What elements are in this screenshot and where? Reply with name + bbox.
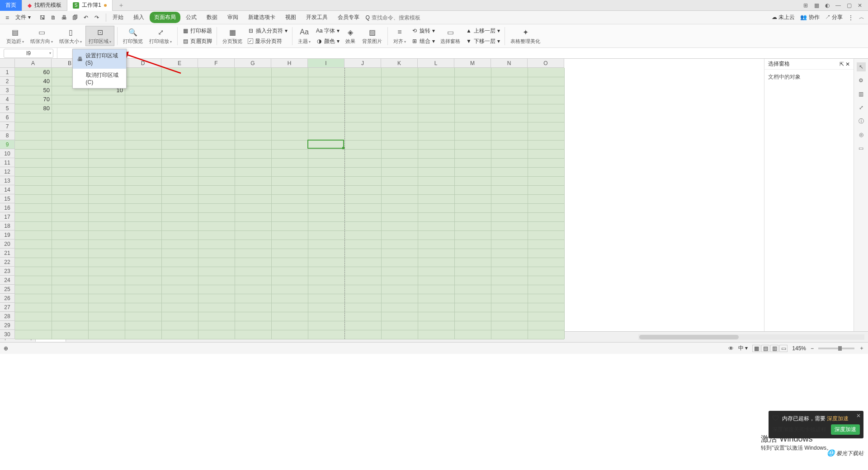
menu-新建选项卡[interactable]: 新建选项卡 [244, 12, 280, 23]
row-header[interactable]: 11 [0, 158, 15, 167]
menu-插入[interactable]: 插入 [129, 12, 149, 23]
book-icon[interactable]: ▭ [857, 144, 866, 153]
name-box[interactable]: I9 [4, 49, 53, 58]
row-header[interactable]: 6 [0, 113, 15, 122]
row-header[interactable]: 17 [0, 212, 15, 221]
row-header[interactable]: 13 [0, 176, 15, 185]
row-header[interactable]: 18 [0, 221, 15, 230]
undo-icon[interactable]: ↶ [82, 14, 90, 21]
cloud-status[interactable]: ☁ 未上云 [772, 14, 795, 21]
layout-pane-icon[interactable]: ▥ [857, 89, 866, 99]
row-header[interactable]: 28 [0, 312, 15, 321]
rotate-button[interactable]: ⟲旋转 ▾ [410, 26, 437, 36]
zoom-value[interactable]: 145% [792, 345, 806, 352]
row-header[interactable]: 26 [0, 294, 15, 303]
row-header[interactable]: 19 [0, 230, 15, 240]
reading-view-icon[interactable]: ▭ [779, 345, 788, 352]
row-header[interactable]: 2 [0, 77, 15, 86]
cell-value[interactable]: 40 [15, 77, 52, 86]
col-header[interactable]: M [454, 59, 491, 68]
zoom-in-icon[interactable]: ＋ [859, 344, 864, 352]
row-header[interactable]: 27 [0, 303, 15, 312]
row-header[interactable]: 21 [0, 249, 15, 258]
menu-公式[interactable]: 公式 [181, 12, 201, 23]
set-print-area-item[interactable]: 🖶设置打印区域(S) [73, 49, 126, 69]
row-header[interactable]: 15 [0, 194, 15, 203]
select-all-corner[interactable] [0, 59, 15, 68]
row-header[interactable]: 14 [0, 185, 15, 194]
file-menu[interactable]: 文件 ▾ [13, 13, 33, 22]
help-icon[interactable]: ⓘ [857, 117, 866, 126]
cell-value[interactable]: 50 [15, 86, 52, 95]
row-header[interactable]: 20 [0, 240, 15, 249]
expand-icon[interactable]: ⤢ [857, 103, 866, 112]
print-preview-icon[interactable]: 🗐 [71, 14, 79, 21]
row-header[interactable]: 23 [0, 267, 15, 276]
col-header[interactable]: D [125, 59, 161, 68]
collapse-ribbon-icon[interactable]: ︿ [859, 14, 864, 21]
cell-value[interactable]: 70 [15, 95, 52, 104]
row-header[interactable]: 30 [0, 330, 15, 339]
close-icon[interactable]: ✕ [855, 1, 864, 10]
tab-new[interactable]: ＋ [113, 0, 130, 11]
col-header[interactable]: N [491, 59, 528, 68]
bring-forward-button[interactable]: ▲上移一层 ▾ [464, 26, 502, 36]
command-search[interactable]: Q [366, 14, 426, 21]
grid-icon[interactable]: ▦ [812, 1, 821, 10]
break-view-icon[interactable]: ▥ [770, 345, 778, 352]
save-icon[interactable]: 🖫 [39, 14, 46, 21]
beautify-button[interactable]: ✦表格整理美化 [508, 26, 543, 46]
page-view-icon[interactable]: ▤ [761, 345, 769, 352]
print-scaling-button[interactable]: ⤢打印缩放 [146, 26, 175, 46]
row-header[interactable]: 24 [0, 276, 15, 285]
send-backward-button[interactable]: ▼下移一层 ▾ [464, 37, 502, 46]
font-button[interactable]: Aa 字体 ▾ [314, 26, 341, 36]
row-header[interactable]: 25 [0, 285, 15, 294]
row-header[interactable]: 12 [0, 167, 15, 176]
col-header[interactable]: J [344, 59, 381, 68]
col-header[interactable]: G [235, 59, 271, 68]
menu-页面布局[interactable]: 页面布局 [150, 12, 180, 23]
bg-image-button[interactable]: ▨背景图片 [359, 26, 385, 46]
theme-button[interactable]: Aa主题 [295, 26, 313, 46]
row-header[interactable]: 5 [0, 104, 15, 113]
menu-审阅[interactable]: 审阅 [223, 12, 243, 23]
print-titles-button[interactable]: ▦打印标题 [180, 26, 214, 36]
col-header[interactable]: H [271, 59, 308, 68]
eye-icon[interactable]: 👁 [728, 345, 734, 352]
print-preview-button[interactable]: 🔍打印预览 [120, 26, 146, 46]
header-footer-button[interactable]: ▤页眉页脚 [180, 37, 214, 46]
redo-icon[interactable]: ↷ [93, 14, 100, 21]
align-button[interactable]: ≡对齐 [391, 26, 409, 46]
col-header[interactable]: E [161, 59, 198, 68]
margin-button[interactable]: ▤页边距 [4, 26, 27, 46]
select-pane-button[interactable]: ▭选择窗格 [438, 26, 463, 46]
hamburger-icon[interactable]: ≡ [4, 14, 11, 21]
insert-break-button[interactable]: ⊟插入分页符 ▾ [246, 26, 289, 36]
row-header[interactable]: 8 [0, 131, 15, 140]
row-header[interactable]: 4 [0, 95, 15, 104]
effect-button[interactable]: ◈效果 [342, 26, 359, 46]
col-header[interactable]: I [308, 59, 344, 68]
zoom-out-icon[interactable]: − [811, 345, 814, 352]
tab-workbook[interactable]: S 工作簿1 [67, 0, 113, 11]
group-button[interactable]: ⊞组合 ▾ [410, 37, 437, 46]
pin-icon[interactable]: ⇱ [840, 61, 844, 67]
row-header[interactable]: 1 [0, 68, 15, 77]
cell-value[interactable]: 80 [15, 104, 52, 113]
settings-icon[interactable]: ⚙ [857, 76, 866, 85]
show-break-button[interactable]: ✓显示分页符 [246, 37, 289, 46]
close-pane-icon[interactable]: ✕ [845, 61, 850, 67]
row-header[interactable]: 9 [0, 140, 15, 149]
tab-home[interactable]: 首页 [0, 0, 22, 11]
formula-input[interactable] [57, 48, 868, 58]
maximize-icon[interactable]: ▢ [844, 1, 854, 10]
menu-数据[interactable]: 数据 [202, 12, 222, 23]
menu-开始[interactable]: 开始 [108, 12, 128, 23]
tab-template[interactable]: ◆ 找稻壳模板 [22, 0, 67, 11]
ime-icon[interactable]: 中 ▾ [738, 344, 748, 352]
normal-view-icon[interactable]: ▦ [752, 345, 760, 352]
location-icon[interactable]: ◎ [857, 130, 866, 139]
search-input[interactable] [372, 14, 426, 21]
col-header[interactable]: A [15, 59, 52, 68]
